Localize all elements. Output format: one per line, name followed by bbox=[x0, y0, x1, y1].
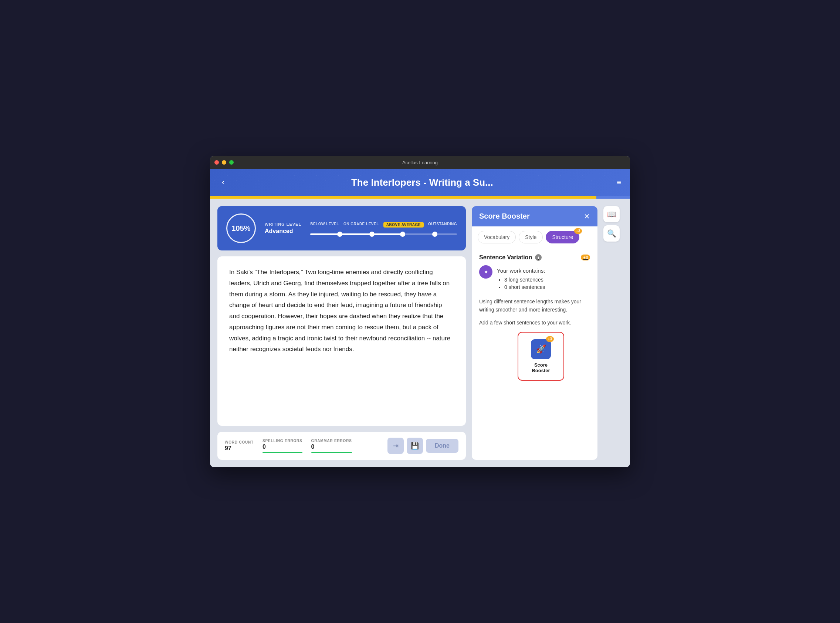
level-below: BELOW LEVEL bbox=[310, 222, 339, 227]
grammar-errors-label: GRAMMAR ERRORS bbox=[311, 439, 352, 443]
tab-vocabulary-label: Vocabulary bbox=[484, 234, 510, 240]
rocket-icon: 🚀 bbox=[536, 344, 546, 354]
level-on-grade: ON GRADE LEVEL bbox=[343, 222, 379, 227]
score-booster-popup: 🚀 +3 Score Booster bbox=[518, 332, 564, 381]
level-dot-1 bbox=[337, 232, 342, 237]
description-text: Using different sentence lengths makes y… bbox=[479, 298, 590, 314]
back-button[interactable]: ‹ bbox=[219, 176, 227, 189]
level-scale: BELOW LEVEL ON GRADE LEVEL ABOVE AVERAGE… bbox=[310, 222, 457, 235]
level-track bbox=[310, 233, 457, 235]
tabs-row: Vocabulary Style Structure +3 bbox=[472, 226, 597, 248]
search-button[interactable]: 🔍 bbox=[603, 225, 620, 242]
rocket-button[interactable]: 🚀 +3 bbox=[531, 339, 551, 359]
essay-text[interactable]: In Saki's "The Interlopers," Two long-ti… bbox=[229, 267, 454, 355]
bullet-1: 3 long sentences bbox=[504, 277, 545, 282]
bullet-list: 3 long sentences 0 short sentences bbox=[497, 277, 545, 290]
content-row: ✦ Your work contains: 3 long sentences 0… bbox=[479, 265, 590, 292]
save-icon: 💾 bbox=[411, 442, 419, 450]
menu-button[interactable]: ≡ bbox=[617, 178, 621, 187]
section-badge: +3 bbox=[581, 255, 590, 261]
bottom-actions: ⇥ 💾 Done bbox=[387, 438, 459, 454]
level-dot-4 bbox=[432, 232, 438, 237]
content-details: Your work contains: 3 long sentences 0 s… bbox=[497, 265, 545, 292]
page-title: The Interlopers - Writing a Su... bbox=[227, 177, 617, 188]
window-controls bbox=[214, 160, 234, 165]
score-booster-header: Score Booster ✕ bbox=[472, 206, 597, 226]
main-content: 105% WRITING LEVEL Advanced BELOW LEVEL … bbox=[210, 199, 630, 467]
score-booster-title: Score Booster bbox=[479, 212, 530, 221]
bottom-bar: WORD COUNT 97 SPELLING ERRORS 0 GRAMMAR … bbox=[217, 432, 466, 460]
structure-badge: +3 bbox=[574, 228, 582, 234]
level-above-avg: ABOVE AVERAGE bbox=[383, 222, 424, 227]
export-button[interactable]: ⇥ bbox=[387, 438, 404, 454]
level-track-fill bbox=[310, 233, 401, 235]
word-count-value: 97 bbox=[225, 445, 254, 452]
writing-level-label: WRITING LEVEL bbox=[265, 222, 301, 226]
info-icon[interactable]: i bbox=[535, 254, 542, 261]
app-title: Acellus Learning bbox=[402, 160, 438, 166]
minimize-dot[interactable] bbox=[222, 160, 226, 165]
tab-structure-label: Structure bbox=[552, 234, 573, 240]
tab-style[interactable]: Style bbox=[519, 231, 543, 243]
tab-style-label: Style bbox=[525, 234, 537, 240]
book-icon: 📖 bbox=[607, 210, 616, 219]
bullet-2: 0 short sentences bbox=[504, 284, 545, 290]
spelling-errors-value: 0 bbox=[263, 443, 303, 450]
grammar-errors-value: 0 bbox=[311, 443, 352, 450]
grammar-underline bbox=[311, 452, 352, 453]
app-window: Acellus Learning ‹ The Interlopers - Wri… bbox=[210, 156, 630, 467]
book-button[interactable]: 📖 bbox=[603, 206, 620, 222]
maximize-dot[interactable] bbox=[229, 160, 234, 165]
right-sidebar: 📖 🔍 bbox=[603, 206, 623, 460]
essay-card: In Saki's "The Interlopers," Two long-ti… bbox=[217, 256, 466, 426]
level-outstanding: OUTSTANDING bbox=[428, 222, 457, 227]
tab-structure[interactable]: Structure +3 bbox=[546, 231, 579, 243]
ai-icon: ✦ bbox=[479, 265, 493, 279]
titlebar: Acellus Learning bbox=[210, 156, 630, 169]
spelling-errors-stat: SPELLING ERRORS 0 bbox=[263, 439, 303, 453]
progress-container bbox=[210, 196, 630, 199]
grammar-errors-stat: GRAMMAR ERRORS 0 bbox=[311, 439, 352, 453]
rocket-badge: +3 bbox=[546, 336, 554, 342]
writing-level-card: 105% WRITING LEVEL Advanced BELOW LEVEL … bbox=[217, 206, 466, 250]
search-icon: 🔍 bbox=[607, 229, 616, 238]
spelling-underline bbox=[263, 452, 303, 453]
level-dot-2 bbox=[369, 232, 375, 237]
popup-inner: 🚀 +3 Score Booster bbox=[520, 335, 561, 378]
your-work-label: Your work contains: bbox=[497, 265, 545, 274]
ai-symbol: ✦ bbox=[483, 269, 488, 276]
left-panel: 105% WRITING LEVEL Advanced BELOW LEVEL … bbox=[217, 206, 466, 460]
section-title: Sentence Variation i +3 bbox=[479, 254, 590, 261]
right-panel: Score Booster ✕ Vocabulary Style Structu… bbox=[472, 206, 597, 460]
word-count-label: WORD COUNT bbox=[225, 440, 254, 444]
header: ‹ The Interlopers - Writing a Su... ≡ bbox=[210, 169, 630, 196]
writing-level-info: WRITING LEVEL Advanced bbox=[265, 222, 301, 235]
export-icon: ⇥ bbox=[393, 442, 399, 450]
level-dot-3 bbox=[400, 232, 405, 237]
writing-level-value: Advanced bbox=[265, 228, 301, 235]
done-button[interactable]: Done bbox=[426, 439, 459, 453]
save-button[interactable]: 💾 bbox=[407, 438, 423, 454]
close-dot[interactable] bbox=[214, 160, 219, 165]
section-title-text: Sentence Variation bbox=[479, 254, 532, 261]
suggestion-text: Add a few short sentences to your work. bbox=[479, 319, 590, 327]
level-labels: BELOW LEVEL ON GRADE LEVEL ABOVE AVERAGE… bbox=[310, 222, 457, 227]
tab-vocabulary[interactable]: Vocabulary bbox=[478, 231, 516, 243]
popup-label: Score Booster bbox=[526, 362, 555, 373]
popup-outer: 🚀 +3 Score Booster bbox=[518, 332, 564, 381]
percent-badge: 105% bbox=[226, 213, 256, 243]
close-button[interactable]: ✕ bbox=[584, 213, 590, 220]
word-count-stat: WORD COUNT 97 bbox=[225, 440, 254, 452]
spelling-errors-label: SPELLING ERRORS bbox=[263, 439, 303, 443]
progress-bar bbox=[210, 196, 596, 199]
